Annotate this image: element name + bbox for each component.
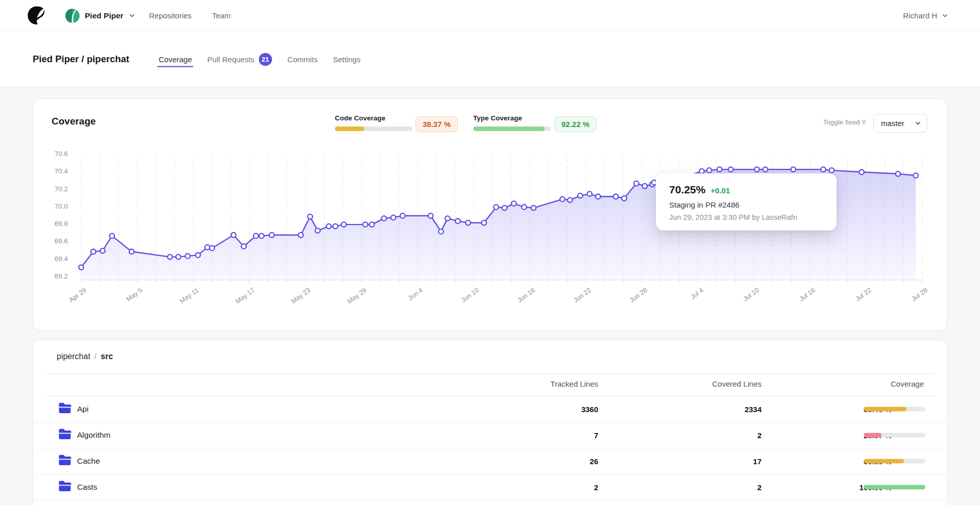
y-axis-tick-label: 70.4 — [37, 167, 68, 175]
tab-settings[interactable]: Settings — [333, 53, 360, 66]
branch-select-value: master — [881, 119, 904, 128]
y-axis-tick-label: 69.6 — [37, 237, 68, 245]
covered-lines-value: 2334 — [745, 405, 762, 414]
tab-label: Commits — [287, 55, 317, 64]
table-header: Tracked Lines Covered Lines Coverage — [33, 380, 947, 391]
x-axis-tick-label: May 29 — [335, 286, 368, 313]
folder-icon — [58, 403, 71, 416]
col-tracked-lines: Tracked Lines — [550, 380, 598, 388]
folder-icon — [58, 455, 71, 468]
tooltip-title: Staging in PR #2486 — [669, 200, 823, 209]
col-covered-lines: Covered Lines — [712, 380, 762, 388]
tooltip-meta: Jun 29, 2023 at 3:30 PM by LasseRafn — [669, 213, 823, 221]
user-name: Richard H — [903, 11, 937, 20]
tab-label: Settings — [333, 55, 360, 64]
x-axis-tick-label: May 5 — [110, 286, 143, 313]
x-axis-tick-label: Jul 22 — [839, 286, 872, 313]
coverage-bar — [864, 407, 925, 412]
tracked-lines-value: 3360 — [581, 405, 598, 414]
breadcrumb: piperchat / src — [57, 352, 113, 361]
x-axis-tick-label: Jun 22 — [559, 286, 592, 313]
tracked-lines-value: 7 — [594, 431, 598, 440]
y-axis-tick-label: 70.6 — [37, 150, 68, 158]
repo-header: Pied Piper / piperchat CoveragePull Requ… — [0, 31, 980, 87]
app-logo-icon[interactable] — [27, 6, 46, 25]
tracked-lines-value: 26 — [590, 457, 598, 466]
toggle-fixed-y[interactable]: Toggle fixed Y — [823, 118, 866, 126]
breadcrumb-repo[interactable]: piperchat — [57, 352, 90, 361]
topbar-nav: Repositories Team — [149, 0, 231, 31]
tab-label: Pull Requests — [207, 55, 255, 64]
x-axis-tick-label: Apr 29 — [54, 286, 87, 313]
coverage-bar — [864, 459, 925, 464]
folder-table: Api3360233469.46 %Algorithm7228.57 %Cach… — [33, 396, 947, 500]
coverage-bar — [864, 433, 925, 438]
folder-name: Api — [77, 405, 88, 414]
x-axis-tick-label: May 17 — [223, 286, 256, 313]
folder-name: Cache — [77, 457, 100, 466]
branch-select[interactable]: master — [873, 114, 927, 133]
code-coverage-label: Code Coverage — [335, 114, 412, 122]
nav-repositories[interactable]: Repositories — [149, 11, 191, 20]
x-axis-tick-label: Jul 4 — [671, 286, 704, 313]
page-title: Pied Piper / piperchat — [33, 31, 129, 87]
chevron-down-icon — [129, 12, 135, 19]
org-switcher[interactable]: Pied Piper — [65, 0, 135, 31]
code-coverage-group: Code Coverage — [335, 114, 412, 131]
y-axis-tick-label: 69.4 — [37, 255, 68, 263]
chart-tooltip: 70.25% +0.01 Staging in PR #2486 Jun 29,… — [656, 173, 837, 231]
type-coverage-badge: 92.22 % — [554, 116, 597, 132]
chevron-down-icon — [942, 12, 948, 19]
folder-name: Algorithm — [77, 431, 110, 440]
breadcrumb-current: src — [101, 352, 113, 361]
folder-row-casts[interactable]: Casts22100.00 % — [33, 474, 947, 500]
topbar: Pied Piper Repositories Team Richard H — [0, 0, 980, 31]
x-axis-tick-label: Jul 16 — [783, 286, 817, 313]
active-tab-underline — [157, 66, 193, 67]
coverage-card: Coverage Code Coverage 38.37 % Type Cove… — [33, 98, 947, 331]
col-coverage: Coverage — [891, 380, 924, 388]
coverage-bar — [864, 485, 925, 490]
covered-lines-value: 2 — [757, 483, 762, 492]
type-coverage-label: Type Coverage — [473, 114, 551, 122]
folder-row-cache[interactable]: Cache261765.39 % — [33, 448, 947, 474]
tab-pull-requests[interactable]: Pull Requests21 — [207, 51, 272, 68]
x-axis-tick-label: Jul 10 — [727, 286, 761, 313]
chevron-down-icon — [915, 120, 921, 127]
covered-lines-value: 2 — [757, 431, 762, 440]
y-axis-tick-label: 70.2 — [37, 185, 68, 193]
type-coverage-bar — [473, 127, 551, 131]
x-axis-tick-label: Jun 28 — [615, 286, 648, 313]
tooltip-value: 70.25% — [669, 184, 705, 196]
tab-label: Coverage — [159, 55, 192, 64]
covered-lines-value: 17 — [753, 457, 762, 466]
tab-commits[interactable]: Commits — [287, 53, 317, 66]
files-card: piperchat / src Tracked Lines Covered Li… — [33, 340, 947, 505]
x-axis-tick-label: Jun 16 — [503, 286, 536, 313]
nav-team[interactable]: Team — [212, 11, 231, 20]
y-axis-tick-label: 69.2 — [37, 272, 68, 280]
y-axis-tick-label: 70.0 — [37, 203, 68, 210]
x-axis-tick-label: Jun 4 — [391, 286, 424, 313]
org-avatar — [65, 9, 80, 23]
x-axis-tick-label: Jul 28 — [895, 286, 928, 313]
tooltip-delta: +0.01 — [710, 186, 730, 195]
folder-row-algorithm[interactable]: Algorithm7228.57 % — [33, 422, 947, 448]
tab-count-badge: 21 — [259, 53, 272, 66]
x-axis-tick-label: Jun 10 — [447, 286, 480, 313]
breadcrumb-separator: / — [94, 352, 96, 361]
tab-coverage[interactable]: Coverage — [159, 53, 192, 66]
folder-row-api[interactable]: Api3360233469.46 % — [33, 396, 947, 422]
tracked-lines-value: 2 — [594, 483, 598, 492]
tab-bar: CoveragePull Requests21CommitsSettings — [159, 31, 360, 87]
folder-name: Casts — [77, 483, 97, 492]
user-menu[interactable]: Richard H — [903, 0, 948, 31]
type-coverage-group: Type Coverage — [473, 114, 551, 131]
folder-icon — [58, 429, 71, 442]
folder-icon — [58, 481, 71, 494]
code-coverage-badge: 38.37 % — [415, 116, 458, 132]
org-name: Pied Piper — [85, 11, 124, 20]
coverage-card-title: Coverage — [52, 116, 96, 127]
code-coverage-bar — [335, 127, 412, 131]
x-axis-tick-label: May 11 — [166, 286, 200, 313]
